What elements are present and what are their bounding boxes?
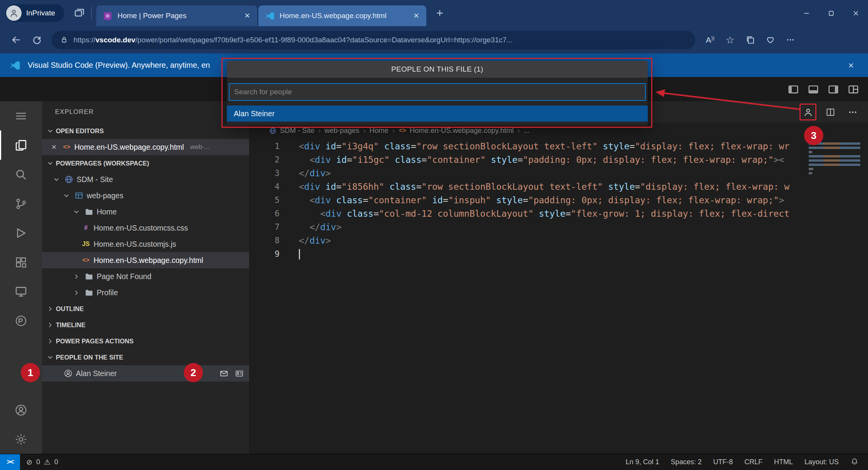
customize-layout-icon[interactable]: [845, 81, 862, 98]
toggle-secondary-sidebar-icon[interactable]: [825, 81, 842, 98]
read-aloud-icon[interactable]: A)): [702, 32, 719, 49]
chevron-down-icon: [51, 174, 61, 184]
breadcrumb-[interactable]: ...: [524, 126, 530, 135]
code-text: <div id="i3g4q" class="row sectionBlockL…: [280, 141, 789, 151]
activity-bottom: [0, 395, 42, 454]
tree-item-home-en-us-customcss-css[interactable]: #Home.en-US.customcss.css: [42, 220, 249, 236]
breadcrumb-home[interactable]: Home: [369, 126, 388, 135]
run-debug-icon[interactable]: [0, 218, 42, 248]
split-editor-button[interactable]: [822, 104, 839, 120]
menu-icon[interactable]: [0, 101, 42, 130]
sidebar-section-power-pages-actions[interactable]: POWER PAGES ACTIONS: [42, 333, 249, 349]
status-layout-us[interactable]: Layout: US: [804, 458, 839, 466]
new-tab-button[interactable]: [431, 5, 448, 22]
minimize-icon[interactable]: [794, 0, 819, 26]
close-editor-icon[interactable]: ✕: [49, 143, 59, 151]
code-line[interactable]: 9: [250, 247, 868, 261]
titlebar-divider: [91, 7, 92, 19]
people-search-input[interactable]: [229, 83, 646, 101]
collections-icon[interactable]: [742, 32, 759, 49]
more-button[interactable]: [844, 104, 861, 120]
sidebar-section-timeline[interactable]: TIMELINE: [42, 317, 249, 333]
line-number: 7: [250, 222, 280, 232]
tree-item-profile[interactable]: Profile: [42, 284, 249, 301]
status-ln-9-col-1[interactable]: Ln 9, Col 1: [626, 458, 659, 466]
code-line[interactable]: 5 <div class="container" id="inspuh" sty…: [250, 193, 868, 207]
refresh-icon[interactable]: [28, 31, 45, 49]
toggle-panel-icon[interactable]: [805, 81, 822, 98]
search-icon[interactable]: [0, 160, 42, 189]
status-html[interactable]: HTML: [774, 458, 793, 466]
status-utf-8[interactable]: UTF-8: [713, 458, 733, 466]
code-line[interactable]: 2 <div id="i15gc" class="container" styl…: [250, 153, 868, 166]
toggle-sidebar-icon[interactable]: [785, 81, 802, 98]
people-button[interactable]: [799, 104, 816, 120]
breadcrumb-home-en-us-webpage-copy-html[interactable]: <>Home.en-US.webpage.copy.html: [399, 126, 514, 135]
banner-close-icon[interactable]: [843, 58, 859, 73]
status-crlf[interactable]: CRLF: [744, 458, 762, 466]
minimap[interactable]: [809, 140, 863, 181]
section-label: TIMELINE: [56, 321, 85, 329]
person-row[interactable]: Alan Steiner: [42, 365, 249, 381]
tab-actions-icon[interactable]: [74, 7, 85, 19]
profile-avatar-icon[interactable]: [6, 5, 22, 21]
people-on-file-popup: PEOPLE ON THIS FILE (1) Alan Steiner: [227, 61, 648, 125]
tab-close-icon[interactable]: ✕: [241, 10, 253, 22]
tree-item-home-en-us-webpage-copy-html[interactable]: <>Home.en-US.webpage.copy.html: [42, 252, 249, 268]
extensions-icon[interactable]: [0, 248, 42, 277]
chevron-right-icon: [71, 271, 81, 281]
open-editor-item[interactable]: ✕<>Home.en-US.webpage.copy.htmlweb-...: [42, 139, 249, 155]
tab-close-icon[interactable]: ✕: [410, 10, 422, 22]
tree-item-page-not-found[interactable]: Page Not Found: [42, 268, 249, 284]
problems-status[interactable]: ⊘ 0 ⚠ 0: [20, 458, 58, 467]
mail-icon[interactable]: [218, 367, 230, 380]
code-line[interactable]: 8</div>: [250, 234, 868, 247]
line-number: 9: [250, 249, 280, 259]
tree-item-web-pages[interactable]: web-pages: [42, 187, 249, 204]
favorites-star-icon[interactable]: ☆: [722, 32, 739, 49]
people-option-alan-steiner[interactable]: Alan Steiner: [227, 105, 648, 122]
power-pages-icon[interactable]: [0, 306, 42, 335]
settings-icon[interactable]: [0, 425, 42, 454]
back-icon[interactable]: [7, 31, 25, 49]
sidebar-section-people-on-the-site[interactable]: PEOPLE ON THE SITE: [42, 349, 249, 365]
accounts-icon[interactable]: [0, 395, 42, 425]
browser-essentials-icon[interactable]: [762, 32, 779, 49]
code-line[interactable]: 3</div>: [250, 166, 868, 180]
maximize-icon[interactable]: [819, 0, 843, 26]
tree-item-sdm-site[interactable]: SDM - Site: [42, 171, 249, 187]
js-icon: JS: [81, 239, 90, 249]
error-icon: ⊘: [26, 458, 32, 467]
breadcrumb-label: Home.en-US.webpage.copy.html: [410, 126, 514, 135]
sidebar-section-open-editors[interactable]: OPEN EDITORS: [42, 123, 249, 139]
address-input[interactable]: https://vscode.dev/power/portal/webpages…: [52, 31, 695, 49]
sidebar-section-outline[interactable]: OUTLINE: [42, 301, 249, 317]
browser-tab-home-en-us-webpage-copy-html[interactable]: Home.en-US.webpage.copy.html✕: [258, 5, 426, 26]
breadcrumb-sdm-site[interactable]: SDM - Site: [269, 126, 314, 135]
chevron-right-icon: [71, 288, 81, 298]
chevron-down-icon: [45, 158, 55, 168]
explorer-icon[interactable]: [0, 130, 42, 160]
tree-item-home[interactable]: Home: [42, 204, 249, 220]
browser-tab-home-power-pages[interactable]: Home | Power Pages✕: [96, 5, 257, 26]
breadcrumb-web-pages[interactable]: web-pages: [325, 126, 360, 135]
line-number: 1: [250, 142, 280, 151]
inprivate-label: InPrivate: [26, 9, 55, 17]
breadcrumb-separator: ›: [318, 126, 320, 135]
code-line[interactable]: 7 </div>: [250, 220, 868, 234]
status-spaces-2[interactable]: Spaces: 2: [671, 458, 702, 466]
remote-indicator[interactable]: ><: [0, 454, 20, 470]
sidebar-section-powerpages-workspace[interactable]: POWERPAGES (WORKSPACE): [42, 155, 249, 171]
close-window-icon[interactable]: [843, 0, 868, 26]
remote-explorer-icon[interactable]: [0, 277, 42, 306]
code-line[interactable]: 1<div id="i3g4q" class="row sectionBlock…: [250, 139, 868, 153]
code-line[interactable]: 6 <div class="col-md-12 columnBlockLayou…: [250, 207, 868, 220]
tree-item-label: Home.en-US.webpage.copy.html: [94, 256, 203, 265]
code-line[interactable]: 4<div id="i856hh" class="row sectionBloc…: [250, 180, 868, 193]
tree-item-home-en-us-customjs-js[interactable]: JSHome.en-US.customjs.js: [42, 236, 249, 252]
browser-menu-icon[interactable]: [782, 32, 799, 49]
source-control-icon[interactable]: [0, 189, 42, 218]
teams-icon[interactable]: [233, 367, 245, 380]
code-editor[interactable]: 1<div id="i3g4q" class="row sectionBlock…: [250, 138, 868, 454]
notifications-bell-icon[interactable]: [850, 457, 860, 467]
